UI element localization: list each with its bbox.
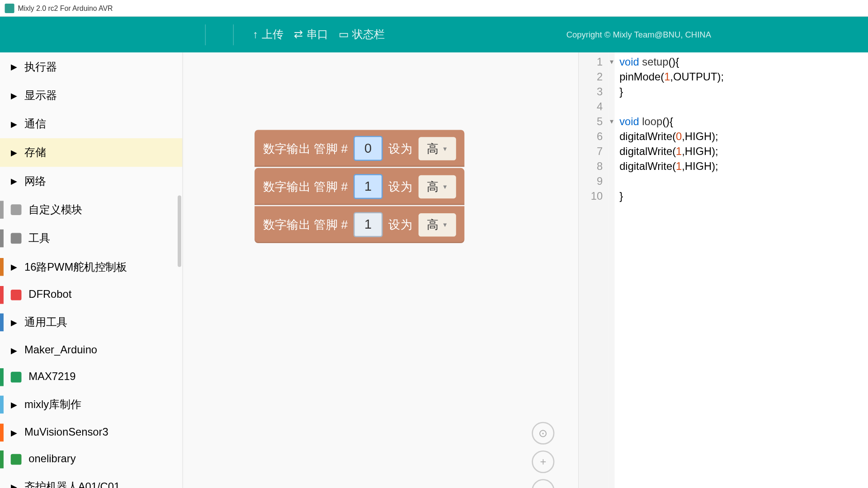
category-label: 通用工具 [24, 315, 67, 330]
chevron-down-icon: ▼ [442, 221, 448, 228]
code-line: void setup(){ [619, 55, 724, 70]
value-dropdown[interactable]: 高 ▼ [418, 137, 456, 160]
category-color-marker [0, 201, 4, 219]
blocks-workspace[interactable]: 数字输出 管脚 # 0 设为 高 ▼数字输出 管脚 # 1 设为 高 ▼数字输出… [183, 52, 578, 488]
category-color-marker [0, 368, 4, 386]
pin-input[interactable]: 1 [354, 174, 382, 199]
category-color-marker [0, 423, 4, 441]
fold-marker[interactable] [610, 144, 613, 159]
code-line: digitalWrite(1,HIGH); [619, 159, 724, 174]
zoom-in-button[interactable]: + [532, 450, 554, 473]
code-line: pinMode(1,OUTPUT); [619, 70, 724, 84]
copyright-text: Copyright © Mixly Team@BNU, CHINA [566, 30, 711, 39]
category-icon [11, 204, 22, 215]
fold-marker[interactable] [610, 129, 613, 144]
category-label: 存储 [24, 145, 46, 160]
line-number: 8 [591, 159, 603, 174]
center-button[interactable]: ⊙ [532, 422, 554, 445]
upload-icon: ↑ [253, 28, 258, 41]
code-line: void loop(){ [619, 114, 724, 129]
sidebar-category[interactable]: ▶网络 [0, 167, 183, 195]
fold-marker[interactable]: ▾ [610, 114, 613, 129]
sidebar-category[interactable]: 工具 [0, 224, 183, 253]
fold-marker[interactable] [610, 70, 613, 84]
sidebar-category[interactable]: ▶MuVisionSensor3 [0, 419, 183, 446]
sidebar-category[interactable]: ▶通用工具 [0, 308, 183, 337]
window-titlebar: Mixly 2.0 rc2 For Arduino AVR — ☐ ✕ [0, 0, 868, 17]
code-body[interactable]: void setup(){ pinMode(1,OUTPUT);} void l… [615, 52, 729, 488]
line-number: 7 [591, 144, 603, 159]
category-color-marker [0, 396, 4, 414]
category-label: 工具 [28, 231, 50, 246]
digital-output-block[interactable]: 数字输出 管脚 # 0 设为 高 ▼ [255, 130, 465, 167]
line-number: 5 [591, 114, 603, 129]
line-number: 10 [591, 189, 603, 204]
category-label: onelibrary [28, 453, 75, 465]
sidebar-category[interactable]: MAX7219 [0, 363, 183, 390]
sidebar-category[interactable]: 自定义模块 [0, 196, 183, 224]
line-number: 6 [591, 129, 603, 144]
sidebar-category[interactable]: ▶存储 [0, 138, 183, 167]
category-sidebar[interactable]: ▶执行器▶显示器▶通信▶存储▶网络自定义模块工具▶16路PWM舵机控制板DFRo… [0, 52, 183, 488]
digital-output-block[interactable]: 数字输出 管脚 # 1 设为 高 ▼ [255, 206, 465, 243]
chevron-down-icon: ▼ [442, 145, 448, 152]
expand-arrow-icon: ▶ [11, 148, 18, 157]
category-label: 网络 [24, 174, 46, 188]
sidebar-category[interactable]: ▶mixly库制作 [0, 390, 183, 419]
code-panel: 12345678910 ▾ ▾ void setup(){ pinMode(1,… [578, 52, 868, 488]
category-icon [11, 371, 22, 382]
expand-arrow-icon: ▶ [11, 427, 18, 437]
fold-marker[interactable] [610, 159, 613, 174]
code-line [619, 99, 724, 114]
serial-icon: ⇄ [294, 28, 303, 41]
category-label: 自定义模块 [28, 202, 82, 217]
category-label: 16路PWM舵机控制板 [24, 260, 127, 274]
code-line [619, 174, 724, 189]
sidebar-category[interactable]: onelibrary [0, 446, 183, 472]
fold-marker[interactable] [610, 84, 613, 99]
sidebar-category[interactable]: DFRobot [0, 281, 183, 308]
fold-marker[interactable]: ▾ [610, 55, 613, 70]
sidebar-category[interactable]: ▶16路PWM舵机控制板 [0, 253, 183, 281]
category-label: mixly库制作 [24, 398, 81, 412]
category-icon [11, 454, 22, 465]
sidebar-category[interactable]: ▶通信 [0, 110, 183, 138]
code-line: digitalWrite(0,HIGH); [619, 129, 724, 144]
category-label: 显示器 [24, 88, 57, 103]
line-number: 1 [591, 55, 603, 70]
upload-button[interactable]: ↑上传 [253, 28, 283, 42]
category-label: Maker_Arduino [24, 344, 97, 357]
fold-marker[interactable] [610, 99, 613, 114]
value-dropdown[interactable]: 高 ▼ [418, 175, 456, 198]
zoom-out-button[interactable]: − [532, 479, 554, 488]
category-color-marker [0, 450, 4, 468]
sidebar-category[interactable]: ▶显示器 [0, 81, 183, 109]
statusbar-button[interactable]: ▭状态栏 [339, 28, 385, 42]
code-line: } [619, 189, 724, 204]
category-label: DFRobot [28, 288, 71, 301]
block-label: 数字输出 管脚 # [263, 216, 348, 233]
pin-input[interactable]: 0 [354, 136, 382, 161]
sidebar-category[interactable]: ▶执行器 [0, 52, 183, 81]
expand-arrow-icon: ▶ [11, 90, 18, 100]
line-number: 9 [591, 174, 603, 189]
expand-arrow-icon: ▶ [11, 318, 18, 327]
category-icon [11, 289, 22, 300]
fold-column[interactable]: ▾ ▾ [609, 52, 614, 488]
fold-marker[interactable] [610, 174, 613, 189]
statusbar-icon: ▭ [339, 28, 349, 41]
fold-marker[interactable] [610, 189, 613, 204]
code-line: digitalWrite(1,HIGH); [619, 144, 724, 159]
category-label: 执行器 [24, 60, 57, 74]
digital-output-block[interactable]: 数字输出 管脚 # 1 设为 高 ▼ [255, 168, 465, 205]
code-line: } [619, 84, 724, 99]
pin-input[interactable]: 1 [354, 212, 382, 237]
block-label: 数字输出 管脚 # [263, 141, 348, 157]
line-number: 3 [591, 84, 603, 99]
sidebar-category[interactable]: ▶齐护机器人A01/C01 [0, 473, 183, 488]
sidebar-scrollbar[interactable] [178, 196, 181, 267]
sidebar-category[interactable]: ▶Maker_Arduino [0, 337, 183, 363]
serial-button[interactable]: ⇄串口 [294, 28, 328, 42]
category-color-marker [0, 314, 4, 332]
value-dropdown[interactable]: 高 ▼ [418, 213, 456, 236]
